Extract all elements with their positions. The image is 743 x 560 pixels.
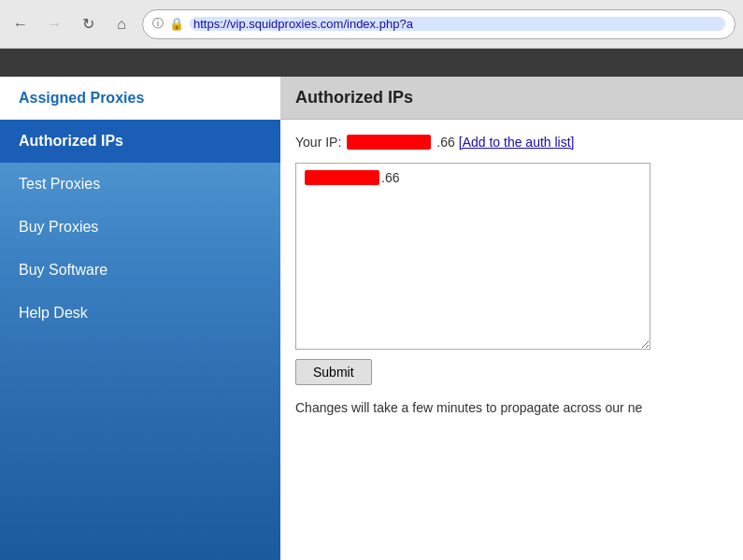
changes-note: Changes will take a few minutes to propa… [295, 400, 728, 415]
lock-icon: 🔒 [169, 17, 184, 31]
ip-textarea[interactable] [295, 163, 650, 350]
back-button[interactable]: ← [7, 11, 34, 37]
ip-redacted-block [347, 135, 431, 150]
sidebar-item-buy-software[interactable]: Buy Software [0, 249, 280, 292]
sidebar: Assigned Proxies Authorized IPs Test Pro… [0, 77, 280, 560]
submit-button[interactable]: Submit [295, 359, 372, 385]
sidebar-item-authorized-ips[interactable]: Authorized IPs [0, 120, 280, 163]
info-icon: ⓘ [152, 16, 164, 32]
refresh-button[interactable]: ↻ [75, 11, 101, 37]
forward-button[interactable]: → [41, 11, 67, 37]
content-body: Your IP: .66 [Add to the auth list] .66 … [280, 120, 743, 430]
page-layout: Assigned Proxies Authorized IPs Test Pro… [0, 77, 743, 560]
content-header: Authorized IPs [280, 77, 743, 120]
address-bar[interactable]: ⓘ 🔒 [142, 9, 736, 39]
url-input[interactable] [190, 17, 725, 31]
dark-toolbar [0, 49, 743, 77]
main-content: Authorized IPs Your IP: .66 [Add to the … [280, 77, 743, 560]
ip-end-text: .66 [436, 135, 454, 150]
add-to-auth-list-link[interactable]: [Add to the auth list] [459, 135, 575, 150]
sidebar-item-assigned-proxies[interactable]: Assigned Proxies [0, 77, 280, 120]
sidebar-item-test-proxies[interactable]: Test Proxies [0, 163, 280, 206]
ip-textarea-wrapper: .66 [295, 163, 650, 350]
your-ip-label: Your IP: [295, 135, 341, 150]
browser-chrome: ← → ↻ ⌂ ⓘ 🔒 [0, 0, 743, 49]
home-button[interactable]: ⌂ [108, 11, 135, 37]
your-ip-line: Your IP: .66 [Add to the auth list] [295, 135, 728, 150]
sidebar-item-help-desk[interactable]: Help Desk [0, 292, 280, 335]
sidebar-item-buy-proxies[interactable]: Buy Proxies [0, 206, 280, 249]
